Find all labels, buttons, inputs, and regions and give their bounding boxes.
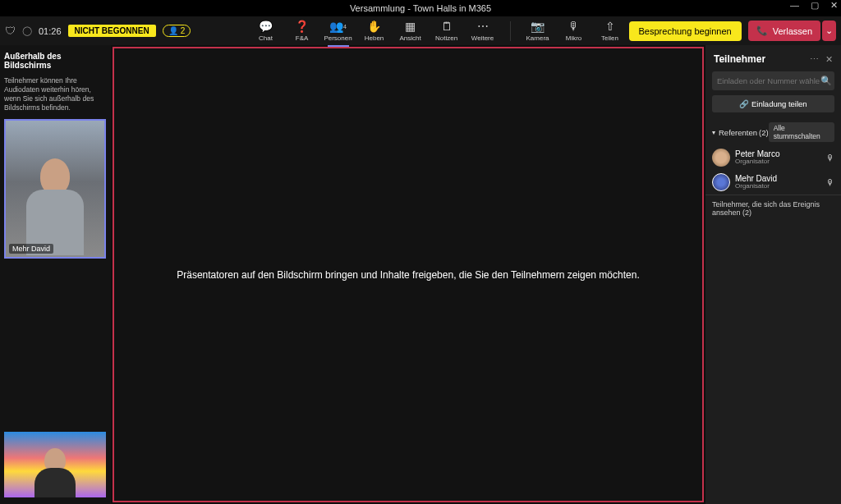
leave-button[interactable]: 📞 Verlassen: [748, 21, 820, 41]
window-title: Versammlung - Town Halls in M365: [350, 3, 491, 13]
stage-message: Präsentatoren auf den Bildschirm bringen…: [160, 269, 655, 281]
participant-role: Organisator: [735, 158, 821, 166]
offscreen-title: Außerhalb des Bildschirms: [4, 52, 107, 70]
mute-all-button[interactable]: Alle stummschalten: [769, 122, 834, 142]
meeting-topbar: 🛡 ◯ 01:26 NICHT BEGONNEN 👤 2 💬Chat ❓F&A …: [0, 16, 841, 45]
mic-button[interactable]: 🎙Mikro: [562, 20, 586, 42]
hangup-icon: 📞: [756, 25, 768, 36]
people-icon: 👥4: [329, 20, 347, 33]
more-icon: ⋯: [477, 20, 489, 33]
more-button[interactable]: ⋯Weitere: [471, 20, 495, 42]
chat-icon: 💬: [259, 20, 273, 33]
hand-icon: ✋: [367, 20, 381, 33]
section-label: Referenten: [719, 128, 757, 137]
meeting-toolbar: 💬Chat ❓F&A 👥4Personen ✋Heben ▦Ansicht 🗒N…: [254, 20, 623, 42]
participant-count: 2: [181, 26, 186, 35]
invite-search[interactable]: 🔍: [712, 71, 834, 90]
participants-title: Teilnehmer: [714, 53, 803, 65]
recording-icon: ◯: [22, 25, 32, 36]
qa-icon: ❓: [295, 20, 309, 33]
share-icon: ⇧: [605, 20, 615, 33]
mic-icon: 🎙: [568, 20, 580, 33]
video-tile-self[interactable]: Mehr David: [4, 119, 106, 259]
participant-role: Organisator: [735, 183, 821, 190]
status-badge: NICHT BEGONNEN: [68, 25, 156, 37]
camera-button[interactable]: 📷Kamera: [526, 20, 550, 42]
leave-dropdown[interactable]: ⌄: [822, 21, 836, 41]
person-icon: 👤: [168, 26, 178, 35]
avatar: [712, 149, 730, 167]
people-button[interactable]: 👥4Personen: [326, 20, 351, 42]
panel-close-icon[interactable]: ✕: [825, 54, 833, 65]
chat-button[interactable]: 💬Chat: [254, 20, 278, 42]
qa-button[interactable]: ❓F&A: [290, 20, 315, 42]
participant-row[interactable]: Mehr David Organisator 🎙: [705, 170, 841, 195]
video-tile-other[interactable]: [4, 432, 106, 497]
viewers-section[interactable]: Teilnehmer, die sich das Ereignis ansehe…: [705, 195, 841, 222]
leave-button-label: Verlassen: [773, 26, 812, 36]
share-invite-button[interactable]: 🔗 Einladung teilen: [712, 95, 834, 112]
offscreen-panel: Außerhalb des Bildschirms Teilnehmer kön…: [0, 45, 111, 504]
participant-count-pill[interactable]: 👤 2: [163, 25, 191, 37]
chevron-down-icon: ▾: [712, 129, 715, 136]
mic-status-icon[interactable]: 🎙: [826, 153, 834, 163]
shield-icon[interactable]: 🛡: [5, 25, 16, 37]
offscreen-hint: Teilnehmer können Ihre Audiodaten weiter…: [4, 76, 107, 112]
search-icon[interactable]: 🔍: [820, 76, 832, 86]
panel-more-icon[interactable]: ⋯: [810, 54, 819, 65]
stage-area: Präsentatoren auf den Bildschirm bringen…: [113, 47, 704, 502]
presenters-section-header[interactable]: ▾ Referenten (2) Alle stummschalten: [705, 119, 841, 145]
participant-row[interactable]: Peter Marco Organisator 🎙: [705, 145, 841, 170]
share-button[interactable]: ⇧Teilen: [598, 20, 623, 42]
camera-icon: 📷: [531, 20, 545, 33]
avatar: [712, 173, 730, 191]
view-icon: ▦: [405, 20, 416, 33]
meeting-timer: 01:26: [39, 26, 62, 36]
invite-input[interactable]: [717, 76, 820, 85]
notes-icon: 🗒: [441, 20, 453, 33]
raise-hand-button[interactable]: ✋Heben: [362, 20, 387, 42]
share-invite-label: Einladung teilen: [751, 99, 807, 108]
toolbar-divider: [510, 21, 511, 41]
notes-button[interactable]: 🗒Notizen: [434, 20, 459, 42]
section-count: (2): [759, 128, 769, 137]
participants-panel: Teilnehmer ⋯ ✕ 🔍 🔗 Einladung teilen ▾ Re…: [705, 45, 841, 504]
maximize-icon[interactable]: ▢: [811, 0, 819, 11]
view-button[interactable]: ▦Ansicht: [398, 20, 423, 42]
begin-meeting-button[interactable]: Besprechung beginnen: [629, 21, 742, 41]
video-tile-name: Mehr David: [9, 244, 53, 254]
window-titlebar: Versammlung - Town Halls in M365 — ▢ ✕: [0, 0, 841, 16]
mic-status-icon[interactable]: 🎙: [826, 178, 834, 187]
link-icon: 🔗: [739, 99, 749, 108]
minimize-icon[interactable]: —: [790, 0, 799, 11]
close-icon[interactable]: ✕: [830, 0, 838, 11]
